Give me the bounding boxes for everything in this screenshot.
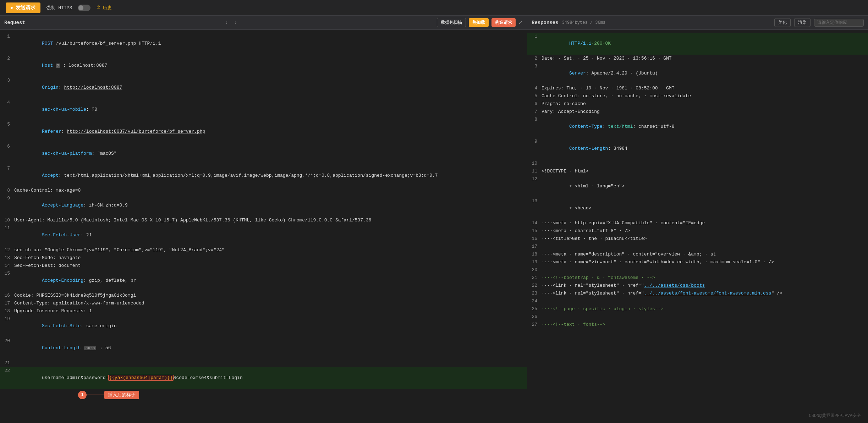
response-line: 14 ····<meta · http-equiv="X-UA-Compatib… [527,219,868,227]
panel-actions: 数据包扫描 热加载 构造请求 ⤢ [437,18,523,27]
request-line: 3 Origin: http://localhost:8087 [0,77,527,99]
request-line: 4 sec-ch-ua-mobile: ?0 [0,99,527,121]
request-line: 11 Sec-Fetch-User: ?1 [0,224,527,246]
request-line: 17 Content-Type: application/x-www-form-… [0,300,527,307]
request-panel-title: Request [4,20,25,26]
hotload-button[interactable]: 热加载 [469,18,489,27]
clock-icon: ⏱ [96,5,101,10]
response-line: 7 Vary: Accept-Encoding [527,108,868,116]
watermark: CSDN@黄乔国PHPJAVA安全 [809,413,861,419]
response-line: 20 [527,266,868,274]
callout-label: 插入后的样子 [104,391,139,399]
https-toggle[interactable] [78,5,90,11]
response-line: 3 Server: Apache/2.4.29 · (Ubuntu) [527,62,868,84]
response-line: 13 ▾ <head> [527,197,868,219]
response-line: 21 ····<!--bootstrap · & · fontawesome ·… [527,274,868,282]
expand-icon[interactable]: ⤢ [518,20,523,26]
response-line: 23 ····<link · rel="stylesheet" · href="… [527,290,868,297]
nav-next[interactable]: › [232,19,239,27]
request-line: 7 Accept: text/html,application/xhtml+xm… [0,165,527,187]
toolbar: ▶ 发送请求 强制 HTTPS ⏱ 历史 [0,0,868,16]
response-line: 12 ▾ <html · lang="en"> [527,175,868,197]
response-line: 18 ····<meta · name="description" · cont… [527,251,868,258]
annotation-callout: 1 插入后的样子 [78,391,139,399]
beautify-button[interactable]: 美化 [774,18,791,27]
response-meta: 34984bytes / 36ms [562,20,605,25]
response-line: 24 [527,297,868,305]
request-line: 5 Referer: http://localhost:8087/vul/bur… [0,121,527,143]
request-line: 12 sec-ch-ua: "Google Chrome";v="119", "… [0,246,527,254]
request-line: 14 Sec-Fetch-Dest: document [0,262,527,270]
response-line: 8 Content-Type: text/html; charset=utf-8 [527,116,868,138]
response-code-area: 1 HTTP/1.1·200·OK 2 Date: · Sat, · 25 · … [527,30,868,423]
request-line: 9 Accept-Language: zh-CN,zh;q=0.9 [0,194,527,216]
request-line: 13 Sec-Fetch-Mode: navigate [0,254,527,262]
response-line: 19 ····<meta · name="viewport" · content… [527,258,868,266]
response-search-input[interactable] [814,19,864,27]
response-line: 22 ····<link · rel="stylesheet" · href="… [527,282,868,290]
history-button[interactable]: ⏱ 历史 [96,5,112,11]
scan-button[interactable]: 数据包扫描 [437,18,466,27]
send-icon: ▶ [11,5,13,11]
request-line: 8 Cache-Control: max-age=0 [0,187,527,194]
response-line: 26 [527,313,868,321]
response-panel-header: Responses 34984bytes / 36ms 美化 渲染 [527,16,868,30]
response-panel: Responses 34984bytes / 36ms 美化 渲染 1 HTTP… [527,16,868,423]
request-panel: Request ‹ › 数据包扫描 热加载 构造请求 ⤢ 1 POST /vul… [0,16,527,423]
request-line: 21 [0,359,527,367]
yak-token: {{yak(enbase64|param)}} [108,375,173,381]
request-line: 1 POST /vul/burteforce/bf_server.php HTT… [0,33,527,55]
request-line: 20 Content-Length auto : 56 [0,337,527,359]
annotation-area: 1 插入后的样子 [14,389,527,407]
response-line: 9 Content-Length: 34984 [527,138,868,160]
nav-prev[interactable]: ‹ [223,19,230,27]
response-line: 5 Cache-Control: no-store, · no-cache, ·… [527,92,868,100]
callout-line [87,395,104,395]
response-line: 10 [527,160,868,167]
response-line: 27 ····<!--text · fonts--> [527,321,868,329]
request-code-area: 1 POST /vul/burteforce/bf_server.php HTT… [0,30,527,423]
response-panel-title: Responses [532,20,559,26]
response-line: 4 Expires: Thu, · 19 · Nov · 1981 · 08:5… [527,84,868,92]
request-line: 2 Host ? : localhost:8087 [0,55,527,77]
response-line: 25 ····<!--page · specific · plugin · st… [527,305,868,313]
https-label: 强制 HTTPS [46,5,72,11]
request-panel-header: Request ‹ › 数据包扫描 热加载 构造请求 ⤢ [0,16,527,30]
request-line: 6 sec-ch-ua-platform: "macOS" [0,143,527,165]
response-line: 1 HTTP/1.1·200·OK [527,33,868,55]
construct-button[interactable]: 构造请求 [491,18,516,27]
request-line: 15 Accept-Encoding: gzip, deflate, br [0,270,527,292]
request-line: 19 Sec-Fetch-Site: same-origin [0,315,527,337]
main-content: Request ‹ › 数据包扫描 热加载 构造请求 ⤢ 1 POST /vul… [0,16,868,423]
response-line: 2 Date: · Sat, · 25 · Nov · 2023 · 13:56… [527,55,868,62]
request-line-body: 22 username=admin&password={{yak(enbase6… [0,367,527,389]
response-line: 16 ····<title>Get · the · pikachu</title… [527,235,868,243]
render-button[interactable]: 渲染 [794,18,811,27]
response-line: 17 [527,243,868,251]
callout-number: 1 [78,391,87,399]
request-line: 18 Upgrade-Insecure-Requests: 1 [0,307,527,315]
request-line: 16 Cookie: PHPSESSID=3k4idne9q5l0f5jmga0… [0,292,527,300]
response-line: 11 <!DOCTYPE · html> [527,167,868,175]
response-line: 15 ····<meta · charset="utf-8" · /> [527,227,868,235]
panel-nav: ‹ › [223,19,238,27]
response-line: 6 Pragma: no-cache [527,100,868,108]
request-line: 10 User-Agent: Mozilla/5.0 (Macintosh; I… [0,216,527,224]
send-request-button[interactable]: ▶ 发送请求 [6,2,40,13]
